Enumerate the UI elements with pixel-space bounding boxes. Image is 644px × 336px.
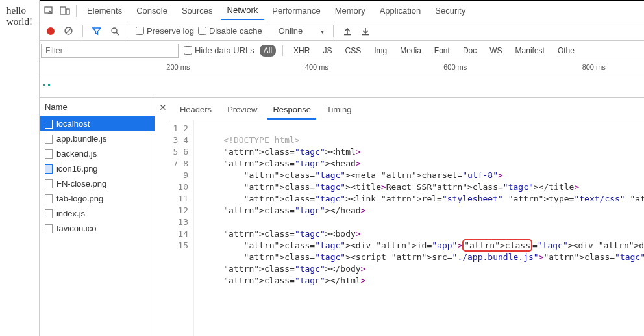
request-name: favicon.ico — [56, 224, 96, 233]
svg-rect-2 — [66, 9, 69, 14]
tab-elements[interactable]: Elements — [80, 2, 129, 19]
file-icon — [45, 164, 53, 174]
file-icon — [45, 224, 53, 233]
close-icon[interactable]: ✕ — [155, 98, 171, 336]
network-toolbar: Preserve log Disable cache Online — [40, 21, 644, 41]
source-code: <!DOCTYPE html> "attrn">class="tagc"><ht… — [194, 120, 644, 336]
type-media[interactable]: Media — [396, 45, 425, 57]
waterfall-timeline[interactable]: 200 ms 400 ms 600 ms 800 ms 1000 ms 1200… — [40, 60, 644, 98]
record-button[interactable] — [43, 24, 58, 38]
line-gutter: 1 2 3 4 5 6 7 8 9 10 11 12 13 14 15 — [171, 120, 194, 336]
chevron-down-icon — [321, 26, 324, 36]
type-js[interactable]: JS — [319, 45, 336, 57]
filter-input[interactable] — [41, 44, 179, 58]
request-name: FN-close.png — [56, 179, 106, 188]
clear-button[interactable] — [62, 24, 76, 38]
request-row[interactable]: backend.js — [40, 146, 155, 161]
column-header-name[interactable]: Name — [40, 98, 155, 116]
type-all[interactable]: All — [260, 45, 276, 57]
svg-line-4 — [66, 29, 71, 33]
tab-timing[interactable]: Timing — [321, 101, 357, 120]
type-img[interactable]: Img — [370, 45, 391, 57]
svg-rect-1 — [60, 7, 66, 14]
separator — [82, 25, 83, 37]
file-icon — [45, 135, 53, 144]
tab-application[interactable]: Application — [373, 2, 428, 19]
disable-cache-checkbox[interactable]: Disable cache — [198, 26, 262, 36]
request-row[interactable]: favicon.ico — [40, 221, 155, 236]
type-other[interactable]: Othe — [554, 45, 578, 57]
response-tabs: Headers Preview Response Timing — [171, 98, 644, 120]
request-name: backend.js — [56, 149, 97, 159]
tab-network[interactable]: Network — [221, 1, 265, 20]
request-name: icon16.png — [56, 164, 98, 174]
response-body[interactable]: 1 2 3 4 5 6 7 8 9 10 11 12 13 14 15 <!DO… — [171, 120, 644, 336]
inspect-icon[interactable] — [42, 4, 56, 18]
tab-memory[interactable]: Memory — [328, 2, 372, 19]
request-row[interactable]: app.bundle.js — [40, 131, 155, 146]
tab-response[interactable]: Response — [267, 101, 316, 120]
separator — [129, 25, 129, 37]
type-font[interactable]: Font — [430, 45, 454, 57]
type-ws[interactable]: WS — [486, 45, 506, 57]
file-icon — [45, 149, 53, 159]
type-manifest[interactable]: Manifest — [512, 45, 549, 57]
request-row[interactable]: localhost — [40, 116, 155, 131]
file-icon — [45, 120, 53, 129]
separator — [269, 25, 269, 37]
preserve-log-checkbox[interactable]: Preserve log — [136, 26, 194, 36]
request-name: app.bundle.js — [56, 134, 106, 144]
hide-data-urls-checkbox[interactable]: Hide data URLs — [184, 45, 254, 55]
separator — [76, 5, 77, 17]
separator — [333, 25, 334, 37]
upload-har-icon[interactable] — [340, 24, 354, 38]
page-text: hello world! — [6, 5, 32, 27]
tab-preview[interactable]: Preview — [222, 101, 262, 120]
devtools-panel: Elements Console Sources Network Perform… — [40, 0, 644, 336]
request-row[interactable]: tab-logo.png — [40, 191, 155, 206]
page-content: hello world! — [0, 0, 40, 336]
tab-security[interactable]: Security — [428, 2, 472, 19]
type-xhr[interactable]: XHR — [290, 45, 314, 57]
request-list: Name localhostapp.bundle.jsbackend.jsico… — [40, 98, 155, 336]
file-icon — [45, 179, 53, 188]
svg-point-5 — [112, 28, 117, 33]
request-row[interactable]: FN-close.png — [40, 176, 155, 191]
tab-console[interactable]: Console — [130, 2, 174, 19]
download-har-icon[interactable] — [358, 24, 373, 38]
response-detail-pane: ✕ Headers Preview Response Timing 1 2 3 … — [155, 98, 644, 336]
request-row[interactable]: index.js — [40, 206, 155, 221]
tab-headers[interactable]: Headers — [175, 101, 217, 120]
svg-line-6 — [116, 32, 119, 35]
tab-sources[interactable]: Sources — [175, 2, 219, 19]
file-icon — [45, 209, 53, 218]
request-name: index.js — [56, 209, 85, 218]
separator — [282, 45, 283, 56]
tab-performance[interactable]: Performance — [266, 2, 327, 19]
search-icon[interactable] — [108, 24, 122, 38]
device-toggle-icon[interactable] — [58, 4, 72, 18]
devtools-tab-strip: Elements Console Sources Network Perform… — [40, 1, 644, 21]
request-name: localhost — [56, 119, 90, 129]
filter-bar: Hide data URLs All XHR JS CSS Img Media … — [40, 41, 644, 60]
throttling-select[interactable]: Online — [276, 26, 327, 36]
request-row[interactable]: icon16.png — [40, 161, 155, 176]
request-name: tab-logo.png — [56, 194, 103, 203]
filter-toggle-icon[interactable] — [90, 24, 104, 38]
type-doc[interactable]: Doc — [459, 45, 480, 57]
type-css[interactable]: CSS — [341, 45, 365, 57]
file-icon — [45, 194, 53, 203]
